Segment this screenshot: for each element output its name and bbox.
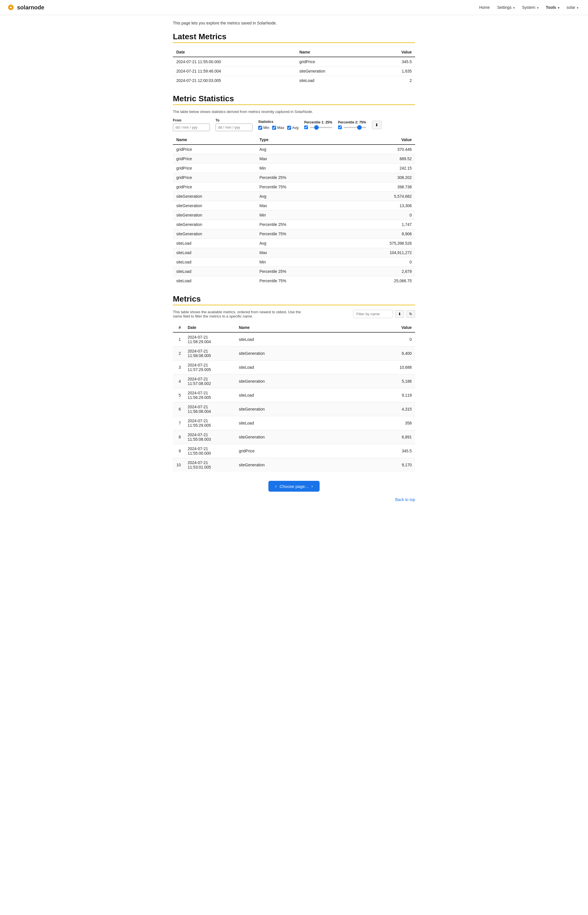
metric-stats-divider [173, 104, 415, 105]
chevron-down-icon: ▾ [513, 6, 515, 10]
percentile2-label: Percentile 2: 75% [338, 120, 366, 124]
cell-date: 2024-07-21 11:58:29.004 [184, 332, 236, 347]
metrics-col-value-header: Value [349, 323, 415, 332]
cell-type: Percentile 75% [256, 276, 341, 286]
metrics-col-date-header: Date [184, 323, 236, 332]
table-row: 8 2024-07-21 11:55:08.003 siteGeneration… [173, 430, 415, 444]
avg-checkbox[interactable] [287, 126, 291, 130]
table-row: siteLoad Percentile 75% 25,066.75 [173, 276, 415, 286]
cell-value: 5,186 [349, 374, 415, 389]
cell-name: siteGeneration [173, 211, 256, 220]
table-row: gridPrice Percentile 25% 308.202 [173, 173, 415, 182]
cell-name: gridPrice [173, 144, 256, 154]
metrics-desc: This table shows the available metrics, … [173, 310, 309, 318]
percentile2-controls [338, 125, 366, 129]
cell-num: 5 [173, 389, 184, 402]
percentile2-group: Percentile 2: 75% [338, 120, 366, 129]
table-row: gridPrice Percentile 75% 398.738 [173, 182, 415, 192]
metrics-table-container: # Date Name Value 1 2024-07-21 11:58:29.… [173, 323, 415, 472]
stats-download-button[interactable]: ⬇ [372, 121, 381, 129]
percentile1-slider[interactable] [310, 127, 333, 128]
cell-name: siteLoad [173, 257, 256, 267]
table-row: gridPrice Avg 370.446 [173, 144, 415, 154]
cell-date: 2024-07-21 11:53:01.005 [184, 458, 236, 472]
cell-date: 2024-07-21 11:57:29.005 [184, 361, 236, 374]
cell-type: Percentile 25% [256, 220, 341, 229]
cell-num: 10 [173, 458, 184, 472]
min-checkbox[interactable] [258, 126, 262, 130]
cell-name: siteGeneration [236, 458, 349, 472]
cell-value: 0 [341, 211, 415, 220]
percentile1-label: Percentile 1: 25% [304, 120, 333, 124]
logo-icon [7, 3, 15, 11]
nav-home[interactable]: Home [476, 3, 493, 11]
percentile1-controls [304, 125, 333, 129]
cell-num: 8 [173, 430, 184, 444]
table-row: 1 2024-07-21 11:58:29.004 siteLoad 0 [173, 332, 415, 347]
cell-date: 2024-07-21 11:58:08.005 [184, 347, 236, 361]
cell-value: 25,066.75 [341, 276, 415, 286]
cell-type: Percentile 75% [256, 229, 341, 239]
logo[interactable]: solarnode [7, 3, 44, 11]
cell-value: 689.52 [341, 154, 415, 164]
cell-num: 9 [173, 444, 184, 458]
cell-num: 6 [173, 402, 184, 416]
nav-solar[interactable]: solar ▾ [564, 3, 581, 11]
from-date-input[interactable] [173, 123, 210, 131]
table-row: siteGeneration Min 0 [173, 211, 415, 220]
cell-value: 6,400 [349, 347, 415, 361]
cell-name: gridPrice [173, 182, 256, 192]
stats-checkboxes-group: Statistics Min Max Avg [258, 120, 299, 130]
back-to-top-link[interactable]: Back to top [395, 497, 415, 502]
cell-name: siteLoad [173, 248, 256, 257]
avg-checkbox-label[interactable]: Avg [287, 125, 299, 130]
nav-system[interactable]: System ▾ [519, 3, 541, 11]
cell-date: 2024-07-21 11:56:29.005 [184, 389, 236, 402]
max-checkbox[interactable] [272, 126, 276, 130]
cell-type: Percentile 75% [256, 182, 341, 192]
cell-value: 358 [349, 416, 415, 430]
table-row: gridPrice Min 242.15 [173, 164, 415, 173]
min-checkbox-label[interactable]: Min [258, 125, 269, 130]
latest-metrics-divider [173, 42, 415, 43]
nav-settings[interactable]: Settings ▾ [494, 3, 517, 11]
cell-date: 2024-07-21 12:00:03.005 [173, 76, 296, 85]
metrics-divider [173, 305, 415, 305]
cell-name: siteGeneration [173, 220, 256, 229]
cell-num: 2 [173, 347, 184, 361]
table-row: 3 2024-07-21 11:57:29.005 siteLoad 10,68… [173, 361, 415, 374]
nav-tools[interactable]: Tools ▾ [543, 3, 562, 11]
metrics-download-button[interactable]: ⬇ [395, 310, 404, 318]
cell-value: 8,906 [341, 229, 415, 239]
page-intro: This page lets you explore the metrics s… [173, 21, 415, 25]
cell-value: 0 [349, 332, 415, 347]
cell-name: gridPrice [296, 57, 374, 66]
cell-date: 2024-07-21 11:57:08.002 [184, 374, 236, 389]
cell-name: gridPrice [236, 444, 349, 458]
choose-page-button[interactable]: ‹ Choose page... › [268, 481, 320, 492]
max-label: Max [277, 125, 284, 130]
cell-type: Min [256, 211, 341, 220]
table-row: siteLoad Percentile 25% 2,679 [173, 267, 415, 276]
percentile2-slider[interactable] [344, 127, 366, 128]
cell-value: 4,315 [349, 402, 415, 416]
cell-date: 2024-07-21 11:55:00.000 [184, 444, 236, 458]
percentile1-checkbox[interactable] [304, 125, 308, 129]
table-row: gridPrice Max 689.52 [173, 154, 415, 164]
metrics-refresh-button[interactable]: ↻ [406, 310, 415, 318]
cell-name: siteLoad [173, 267, 256, 276]
cell-value: 370.446 [341, 144, 415, 154]
percentile2-checkbox[interactable] [338, 125, 342, 129]
max-checkbox-label[interactable]: Max [272, 125, 284, 130]
percentile1-group: Percentile 1: 25% [304, 120, 333, 129]
cell-name: siteLoad [173, 239, 256, 248]
table-row: siteLoad Avg 575,398.526 [173, 239, 415, 248]
metrics-filter-input[interactable] [353, 310, 393, 318]
cell-name: siteLoad [236, 389, 349, 402]
to-date-input[interactable] [215, 123, 252, 131]
cell-value: 5,574.682 [341, 192, 415, 201]
min-label: Min [263, 125, 269, 130]
svg-point-2 [10, 6, 12, 8]
cell-name: siteGeneration [173, 229, 256, 239]
checkboxes: Min Max Avg [258, 125, 299, 130]
